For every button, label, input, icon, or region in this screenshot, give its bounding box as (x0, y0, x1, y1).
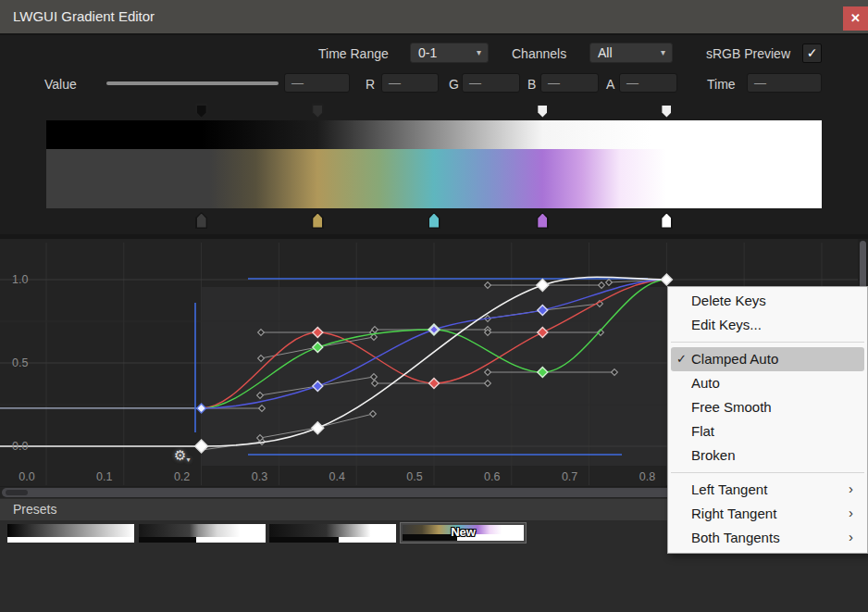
menu-item-label: Both Tangents (691, 530, 780, 545)
menu-item-label: Edit Keys... (691, 317, 762, 332)
curve-extensions (0, 408, 202, 446)
menu-item-label: Free Smooth (691, 399, 772, 415)
gradient-editor-window: LWGUI Gradient Editor ✕ Time Range 0-1 ▾… (0, 0, 868, 612)
preset-dark-fade[interactable] (269, 524, 396, 543)
svg-text:0.5: 0.5 (406, 470, 422, 483)
svg-text:0.1: 0.1 (96, 470, 112, 483)
menu-item-both-tangents[interactable]: Both Tangents› (671, 526, 864, 550)
horizontal-scrollbar-cap[interactable] (6, 490, 28, 495)
svg-text:0.4: 0.4 (329, 470, 345, 483)
preset-black-white[interactable] (7, 524, 134, 543)
preset-gradient (269, 524, 396, 537)
presets-title: Presets (13, 499, 56, 520)
svg-text:0.0: 0.0 (12, 440, 28, 453)
menu-item-label: Left Tangent (691, 481, 767, 497)
menu-item-delete-keys[interactable]: Delete Keys (671, 289, 864, 313)
gear-icon[interactable]: ⚙▾ (174, 448, 190, 467)
new-preset-button[interactable]: New (401, 525, 526, 539)
menu-item-flat[interactable]: Flat (671, 419, 864, 443)
menu-item-label: Auto (691, 375, 720, 391)
menu-item-label: Delete Keys (691, 293, 766, 308)
preset-new-current[interactable]: New (400, 522, 527, 543)
preset-gradient (139, 524, 266, 537)
preset-alpha-strip (269, 537, 396, 543)
preset-gradient (7, 524, 134, 537)
svg-text:0.3: 0.3 (252, 470, 267, 483)
preset-dark-step[interactable] (139, 524, 266, 543)
svg-text:0.5: 0.5 (12, 356, 28, 369)
menu-item-label: Right Tangent (691, 506, 776, 521)
menu-item-auto[interactable]: Auto (671, 371, 864, 395)
gear-dropdown-arrow-icon: ▾ (186, 456, 190, 464)
preset-alpha-strip (7, 537, 134, 543)
svg-text:0.2: 0.2 (174, 470, 190, 483)
menu-item-right-tangent[interactable]: Right Tangent› (671, 502, 864, 526)
svg-text:0.0: 0.0 (19, 470, 34, 483)
menu-item-clamped-auto[interactable]: ✓Clamped Auto (671, 347, 864, 371)
check-icon: ✓ (676, 347, 687, 371)
menu-item-label: Flat (691, 423, 714, 439)
svg-text:1.0: 1.0 (12, 273, 28, 286)
menu-item-left-tangent[interactable]: Left Tangent› (671, 478, 864, 502)
menu-item-label: Broken (691, 447, 736, 463)
svg-text:0.8: 0.8 (639, 470, 655, 483)
menu-item-edit-keys[interactable]: Edit Keys... (671, 313, 864, 337)
preset-alpha-strip (139, 537, 266, 543)
svg-text:0.7: 0.7 (562, 470, 577, 483)
submenu-arrow-icon: › (849, 525, 853, 549)
svg-text:0.6: 0.6 (484, 470, 500, 483)
menu-item-label: Clamped Auto (691, 351, 778, 367)
submenu-arrow-icon: › (849, 501, 853, 525)
menu-item-free-smooth[interactable]: Free Smooth (671, 395, 864, 419)
menu-separator (671, 342, 864, 343)
submenu-arrow-icon: › (849, 477, 853, 501)
menu-item-broken[interactable]: Broken (671, 443, 864, 468)
gear-glyph: ⚙ (174, 447, 186, 463)
menu-separator (671, 472, 864, 473)
context-menu: Delete KeysEdit Keys...✓Clamped AutoAuto… (667, 286, 868, 554)
